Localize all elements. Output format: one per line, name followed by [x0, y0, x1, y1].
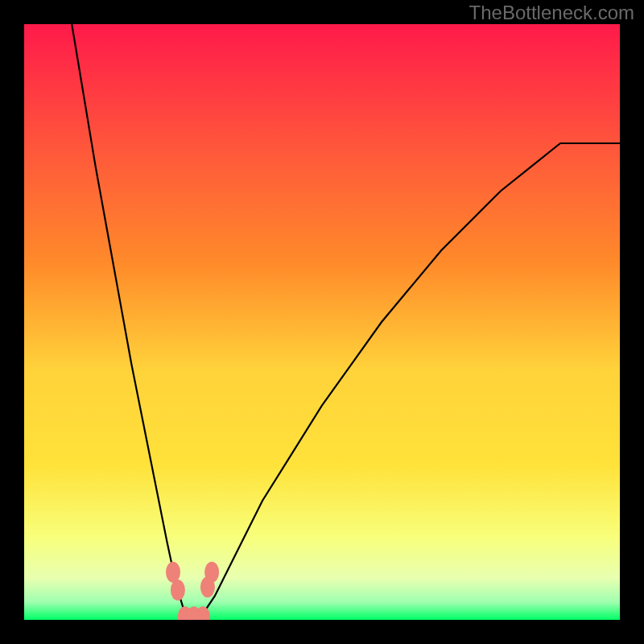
- gradient-background: [24, 24, 620, 620]
- chart-frame: TheBottleneck.com: [0, 0, 644, 644]
- marker-left-upper: [166, 562, 180, 583]
- bottleneck-chart: [24, 24, 620, 620]
- watermark-text: TheBottleneck.com: [469, 2, 634, 24]
- marker-left-lower: [171, 580, 185, 601]
- plot-area: [24, 24, 620, 620]
- marker-right-lower: [200, 576, 215, 597]
